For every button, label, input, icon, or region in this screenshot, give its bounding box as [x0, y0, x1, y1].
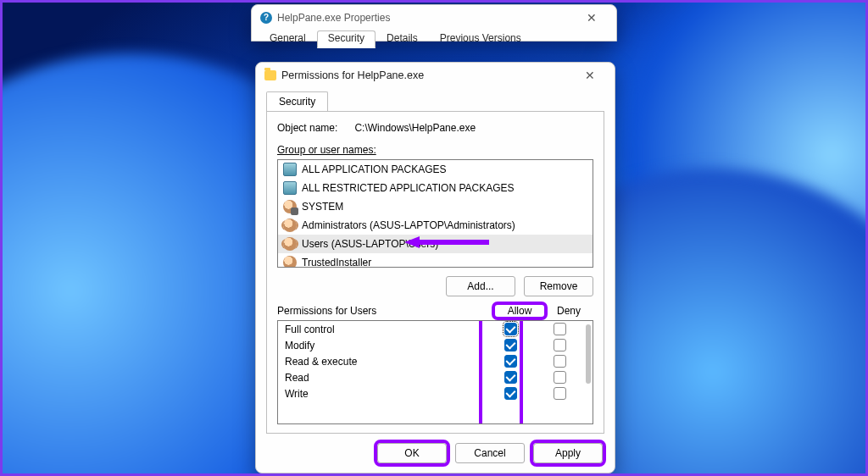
table-row: Modify — [278, 337, 593, 353]
close-icon[interactable]: ✕ — [574, 64, 606, 87]
help-icon: ? — [260, 12, 272, 24]
cancel-button[interactable]: Cancel — [455, 443, 525, 463]
list-item-label: SYSTEM — [302, 201, 343, 213]
deny-checkbox[interactable] — [554, 339, 566, 351]
table-row: Read — [278, 369, 593, 385]
tab-details[interactable]: Details — [376, 30, 429, 48]
properties-titlebar[interactable]: ? HelpPane.exe Properties ✕ — [252, 5, 616, 30]
table-row: Write — [278, 385, 593, 401]
folder-icon — [264, 70, 276, 80]
list-item-label: Administrators (ASUS-LAPTOP\Administrato… — [302, 219, 515, 231]
permission-name: Write — [285, 388, 486, 400]
tab-general[interactable]: General — [259, 30, 317, 48]
close-icon[interactable]: ✕ — [576, 6, 608, 30]
deny-checkbox[interactable] — [554, 387, 566, 400]
tab-security[interactable]: Security — [266, 91, 328, 111]
list-item[interactable]: TrustedInstaller — [278, 253, 593, 268]
permission-name: Full control — [285, 324, 486, 335]
permissions-titlebar[interactable]: Permissions for HelpPane.exe ✕ — [256, 63, 615, 88]
object-name-value: C:\Windows\HelpPane.exe — [354, 122, 476, 134]
permission-name: Modify — [285, 340, 486, 351]
remove-button[interactable]: Remove — [524, 276, 593, 296]
list-item[interactable]: ALL APPLICATION PACKAGES — [278, 160, 593, 179]
package-icon — [283, 163, 297, 176]
table-row: Read & execute — [278, 353, 593, 369]
tab-previous-versions[interactable]: Previous Versions — [429, 30, 532, 48]
allow-column-highlight — [481, 320, 521, 424]
permission-name: Read — [285, 372, 486, 384]
ok-button[interactable]: OK — [377, 443, 447, 463]
users-icon — [283, 219, 297, 232]
package-icon — [283, 181, 297, 195]
deny-checkbox[interactable] — [554, 371, 566, 384]
allow-header: Allow — [495, 305, 544, 317]
properties-window: ? HelpPane.exe Properties ✕ GeneralSecur… — [251, 4, 617, 42]
permissions-for-label: Permissions for Users — [277, 305, 495, 317]
properties-tabs: GeneralSecurityDetailsPrevious Versions — [252, 30, 616, 48]
permissions-table[interactable]: Full controlModifyRead & executeReadWrit… — [277, 320, 593, 424]
groups-label: Group or user names: — [277, 144, 593, 156]
users-icon — [283, 256, 297, 268]
permission-name: Read & execute — [285, 356, 486, 368]
users-icon — [283, 237, 297, 251]
groups-listbox[interactable]: ALL APPLICATION PACKAGESALL RESTRICTED A… — [277, 159, 593, 268]
list-item-label: TrustedInstaller — [302, 257, 371, 268]
object-name-label: Object name: — [277, 122, 337, 134]
permissions-window: Permissions for HelpPane.exe ✕ Security … — [255, 62, 615, 473]
deny-checkbox[interactable] — [554, 323, 566, 335]
add-button[interactable]: Add... — [446, 276, 515, 296]
list-item-label: ALL RESTRICTED APPLICATION PACKAGES — [302, 182, 515, 194]
deny-checkbox[interactable] — [554, 355, 566, 368]
table-row: Full control — [278, 321, 593, 337]
list-item[interactable]: Administrators (ASUS-LAPTOP\Administrato… — [278, 216, 593, 235]
list-item[interactable]: Users (ASUS-LAPTOP\Users) — [278, 235, 593, 253]
list-item-label: ALL APPLICATION PACKAGES — [302, 163, 447, 175]
apply-button[interactable]: Apply — [533, 443, 603, 463]
list-item-label: Users (ASUS-LAPTOP\Users) — [302, 238, 438, 250]
system-user-icon — [283, 200, 297, 213]
tab-security[interactable]: Security — [317, 30, 376, 48]
list-item[interactable]: SYSTEM — [278, 197, 593, 216]
scrollbar-thumb[interactable] — [586, 324, 591, 384]
properties-title: HelpPane.exe Properties — [277, 12, 390, 24]
list-item[interactable]: ALL RESTRICTED APPLICATION PACKAGES — [278, 179, 593, 197]
permissions-title: Permissions for HelpPane.exe — [281, 69, 424, 81]
deny-header: Deny — [544, 305, 593, 317]
